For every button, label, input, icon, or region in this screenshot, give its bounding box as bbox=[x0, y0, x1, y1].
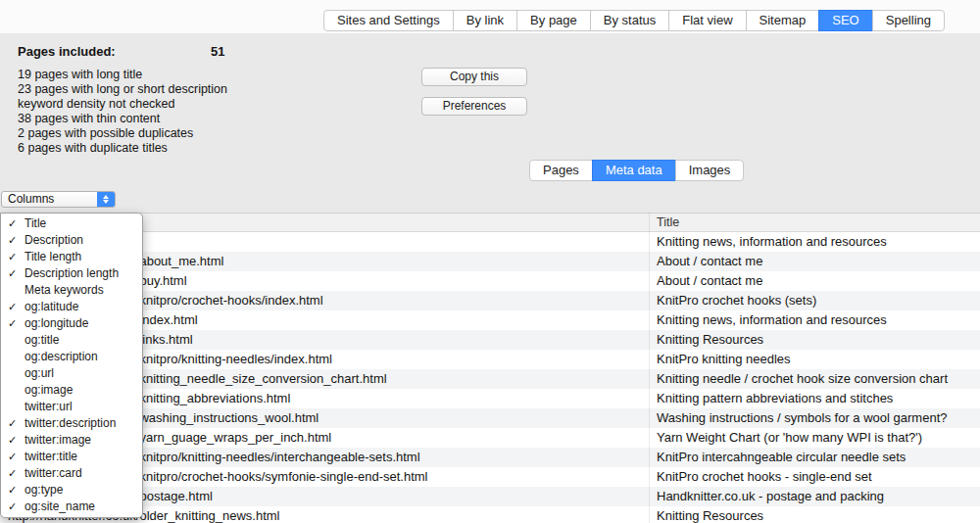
menu-item-label: twitter:title bbox=[24, 450, 77, 463]
summary-line: 2 pages with possible duplicates bbox=[18, 126, 227, 141]
title-cell: KnitPro knitting needles bbox=[657, 350, 980, 369]
preferences-button[interactable]: Preferences bbox=[421, 97, 527, 116]
title-cell: About / contact me bbox=[657, 271, 980, 291]
checkmark-icon: ✓ bbox=[8, 315, 22, 332]
columns-menu-item[interactable]: og:description bbox=[1, 349, 142, 365]
table-row[interactable]: http://handknitter.co.uk/knitpro/knittin… bbox=[0, 448, 980, 467]
sub-tab-bar: Pages Meta data Images bbox=[529, 160, 744, 181]
columns-menu-item[interactable]: og:image bbox=[1, 382, 142, 399]
table-row[interactable]: http://handknitter.co.uk/links.html Knit… bbox=[0, 330, 980, 350]
pages-included-label: Pages included: bbox=[18, 44, 116, 59]
menu-item-label: og:description bbox=[24, 350, 98, 363]
title-cell: KnitPro crochet hooks - single-end set bbox=[657, 467, 980, 487]
tab-images[interactable]: Images bbox=[675, 160, 745, 181]
columns-menu-item[interactable]: ✓ og:latitude bbox=[1, 299, 142, 315]
tab-spelling[interactable]: Spelling bbox=[872, 10, 945, 31]
columns-menu-item[interactable]: Meta keywords bbox=[1, 282, 142, 299]
menu-item-label: twitter:description bbox=[24, 416, 116, 430]
columns-dropdown-button[interactable]: Columns bbox=[1, 191, 116, 208]
main-tab-bar: Sites and Settings By link By page By st… bbox=[323, 10, 945, 31]
table-row[interactable]: http://handknitter.co.uk/buy.html About … bbox=[0, 271, 980, 291]
title-cell: About / contact me bbox=[657, 252, 980, 271]
table-row[interactable]: http://handknitter.co.uk/postage.html Ha… bbox=[0, 487, 980, 506]
menu-item-label: twitter:card bbox=[24, 466, 82, 480]
columns-menu-item[interactable]: ✓ og:type bbox=[1, 482, 142, 499]
tab-sites-and-settings[interactable]: Sites and Settings bbox=[323, 10, 454, 31]
table-row[interactable]: http://handknitter.co.uk/knitting_needle… bbox=[0, 369, 980, 389]
tab-sitemap[interactable]: Sitemap bbox=[746, 10, 820, 31]
menu-item-label: og:site_name bbox=[24, 499, 95, 513]
menu-item-label: Meta keywords bbox=[24, 283, 104, 297]
columns-menu-item[interactable]: ✓ Title bbox=[1, 215, 142, 232]
checkmark-icon: ✓ bbox=[8, 449, 22, 465]
columns-menu-item[interactable]: og:title bbox=[1, 332, 142, 349]
title-cell: Knitting Resources bbox=[657, 330, 980, 350]
menu-item-label: Description bbox=[24, 233, 83, 247]
tab-by-link[interactable]: By link bbox=[453, 10, 517, 31]
menu-item-label: og:image bbox=[24, 383, 73, 397]
tab-by-status[interactable]: By status bbox=[590, 10, 669, 31]
summary-line: 6 pages with duplicate titles bbox=[18, 141, 227, 156]
menu-item-label: og:url bbox=[24, 366, 54, 380]
summary-line: 38 pages with thin content bbox=[18, 112, 227, 126]
menu-item-label: Title length bbox=[24, 250, 81, 263]
results-table: http://handknitter.co.uk Knitting news, … bbox=[0, 232, 980, 523]
menu-item-label: Title bbox=[24, 216, 46, 230]
columns-menu-item[interactable]: ✓ og:longitude bbox=[1, 315, 142, 332]
copy-this-button[interactable]: Copy this bbox=[421, 68, 527, 86]
tab-meta-data[interactable]: Meta data bbox=[592, 160, 676, 181]
columns-dropdown-label: Columns bbox=[2, 192, 97, 207]
menu-item-label: og:type bbox=[24, 483, 63, 497]
title-cell: KnitPro intercahngeable circular needle … bbox=[657, 448, 980, 467]
columns-menu-item[interactable]: ✓ Title length bbox=[1, 249, 142, 265]
menu-item-label: twitter:url bbox=[24, 400, 73, 413]
columns-menu-item[interactable]: og:url bbox=[1, 365, 142, 382]
tab-pages[interactable]: Pages bbox=[529, 160, 593, 181]
table-row[interactable]: http://handknitter.co.uk Knitting news, … bbox=[0, 232, 980, 252]
columns-menu: ✓ Title ✓ Description ✓ Title length ✓ D… bbox=[0, 213, 143, 518]
checkmark-icon: ✓ bbox=[8, 465, 22, 482]
tab-seo[interactable]: SEO bbox=[818, 10, 872, 31]
checkmark-icon: ✓ bbox=[8, 499, 22, 515]
checkmark-icon: ✓ bbox=[8, 432, 22, 449]
checkmark-icon: ✓ bbox=[8, 482, 22, 499]
columns-menu-item[interactable]: twitter:url bbox=[1, 399, 142, 415]
columns-menu-item[interactable]: ✓ twitter:title bbox=[1, 449, 142, 465]
columns-menu-item[interactable]: ✓ Description bbox=[1, 232, 142, 249]
summary-line: keyword density not checked bbox=[18, 97, 227, 112]
title-cell: Knitting needle / crochet hook size conv… bbox=[657, 369, 980, 389]
menu-item-label: Description length bbox=[24, 266, 119, 280]
checkmark-icon: ✓ bbox=[8, 415, 22, 432]
column-header-title[interactable]: Title bbox=[657, 215, 679, 229]
table-row[interactable]: http://handknitter.co.uk/washing_instruc… bbox=[0, 408, 980, 428]
checkmark-icon: ✓ bbox=[8, 232, 22, 249]
table-row[interactable]: http://handknitter.co.uk/knitpro/knittin… bbox=[0, 350, 980, 369]
title-cell: KnitPro crochet hooks (sets) bbox=[657, 291, 980, 310]
table-row[interactable]: http://handknitter.co.uk/index.html Knit… bbox=[0, 310, 980, 330]
column-divider bbox=[649, 213, 650, 523]
pages-included-count: 51 bbox=[211, 44, 224, 59]
table-row[interactable]: http://handknitter.co.uk/about_me.html A… bbox=[0, 252, 980, 271]
summary-line: 19 pages with long title bbox=[18, 68, 227, 82]
columns-menu-item[interactable]: ✓ og:site_name bbox=[1, 499, 142, 515]
checkmark-icon: ✓ bbox=[8, 299, 22, 315]
columns-menu-item[interactable]: ✓ twitter:card bbox=[1, 465, 142, 482]
tab-flat-view[interactable]: Flat view bbox=[668, 10, 746, 31]
columns-menu-item[interactable]: ✓ twitter:image bbox=[1, 432, 142, 449]
table-row[interactable]: http://handknitter.co.uk/knitting_abbrev… bbox=[0, 389, 980, 408]
checkmark-icon: ✓ bbox=[8, 249, 22, 265]
table-row[interactable]: http://handknitter.co.uk/knitpro/crochet… bbox=[0, 467, 980, 487]
title-cell: Knitting news, information and resources bbox=[657, 232, 980, 252]
columns-menu-item[interactable]: ✓ Description length bbox=[1, 265, 142, 282]
title-cell: Knitting Resources bbox=[657, 506, 980, 523]
table-row[interactable]: http://handknitter.co.uk/older_knitting_… bbox=[0, 506, 980, 523]
tab-by-page[interactable]: By page bbox=[516, 10, 591, 31]
table-row[interactable]: http://handknitter.co.uk/yarn_guage_wrap… bbox=[0, 428, 980, 448]
popup-arrows-icon bbox=[97, 192, 115, 207]
table-row[interactable]: http://handknitter.co.uk/knitpro/crochet… bbox=[0, 291, 980, 310]
columns-menu-item[interactable]: ✓ twitter:description bbox=[1, 415, 142, 432]
menu-item-label: og:title bbox=[24, 333, 59, 347]
title-cell: Yarn Weight Chart (or 'how many WPI is t… bbox=[657, 428, 980, 448]
summary-line: 23 pages with long or short description bbox=[18, 82, 227, 97]
menu-item-label: twitter:image bbox=[24, 433, 91, 447]
